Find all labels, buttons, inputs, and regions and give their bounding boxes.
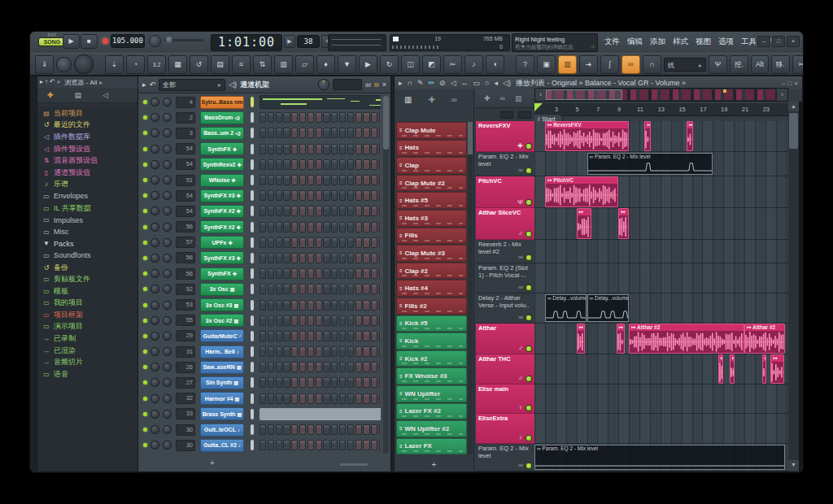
step-cell[interactable] xyxy=(259,424,266,435)
playlist-lane[interactable] xyxy=(534,263,788,293)
track-enable-led[interactable] xyxy=(526,231,532,237)
browser-item[interactable]: ↔已渲染 xyxy=(37,345,138,357)
channel-button[interactable]: SynthFX✚ xyxy=(200,267,244,280)
pat-song-switch[interactable]: PAT SONG xyxy=(38,33,66,49)
channel-mute-pill[interactable] xyxy=(251,159,254,170)
step-cell[interactable] xyxy=(339,377,346,388)
step-cell[interactable] xyxy=(363,112,369,123)
step-cell[interactable] xyxy=(291,128,298,138)
slide-notes-icon[interactable]: ʃ xyxy=(600,55,619,74)
step-cell[interactable] xyxy=(347,112,354,123)
step-cell[interactable] xyxy=(283,268,290,279)
channel-rack-title[interactable]: 通道机架 xyxy=(240,80,269,90)
track-header[interactable]: Param. EQ 2 (Slot 1) - Pitch Vocal -..∞ xyxy=(476,263,534,293)
channel-pan-knob[interactable] xyxy=(150,176,159,185)
playlist-lane[interactable] xyxy=(534,240,788,263)
step-cell[interactable] xyxy=(276,175,282,185)
step-cell[interactable] xyxy=(268,300,274,311)
playback-tool-icon[interactable]: ◂ xyxy=(495,79,499,87)
step-cell[interactable] xyxy=(331,284,338,294)
step-cell[interactable] xyxy=(316,284,322,294)
step-cell[interactable] xyxy=(371,331,377,341)
step-cell[interactable] xyxy=(355,144,362,154)
browser-item[interactable]: ⇅混音器预设值 xyxy=(37,154,138,167)
picker-tab-2[interactable]: ✚ xyxy=(428,95,434,104)
step-cell[interactable] xyxy=(268,440,274,450)
channel-pan-knob[interactable] xyxy=(150,301,159,310)
step-cell[interactable] xyxy=(331,315,338,326)
step-cell[interactable] xyxy=(316,424,322,435)
channel-mute-pill[interactable] xyxy=(251,424,254,435)
channel-mute-pill[interactable] xyxy=(251,440,254,450)
track-mode-control[interactable] xyxy=(500,111,513,119)
step-cell[interactable] xyxy=(371,175,377,185)
step-cell[interactable] xyxy=(268,222,274,232)
step-cell[interactable] xyxy=(379,424,381,435)
step-cell[interactable] xyxy=(316,268,322,279)
chat-icon[interactable]: ◖ xyxy=(486,55,504,74)
audio-clip[interactable]: ↦ xyxy=(617,324,625,354)
channel-button[interactable]: BassDrum◁) xyxy=(200,111,244,124)
step-cell[interactable] xyxy=(299,377,306,388)
step-cell[interactable] xyxy=(347,315,354,326)
channel-mute-pill[interactable] xyxy=(251,222,254,232)
select-icon[interactable]: ▭ xyxy=(473,79,481,87)
step-cell[interactable] xyxy=(323,284,329,294)
play-button[interactable]: ▶ xyxy=(63,34,80,49)
step-cell[interactable] xyxy=(379,315,381,326)
browser-item[interactable]: ▤当前项目 xyxy=(37,107,138,119)
step-cell[interactable] xyxy=(379,206,381,216)
step-cell[interactable] xyxy=(259,237,266,248)
step-cell[interactable] xyxy=(291,362,298,372)
step-cell[interactable] xyxy=(379,128,381,138)
channel-mute-pill[interactable] xyxy=(251,393,254,404)
audio-clip[interactable]: ↦ xyxy=(577,324,585,354)
step-cell[interactable] xyxy=(316,206,322,216)
step-cell[interactable] xyxy=(299,222,306,232)
stretch-icon[interactable]: ↔ xyxy=(461,79,469,87)
step-cell[interactable] xyxy=(339,268,346,279)
browser-title[interactable]: 浏览器 - All xyxy=(64,78,97,87)
step-cell[interactable] xyxy=(283,377,290,388)
track-group-control[interactable] xyxy=(518,111,531,119)
step-cell[interactable] xyxy=(323,237,329,248)
step-cell[interactable] xyxy=(299,331,306,341)
step-cell[interactable] xyxy=(291,222,298,232)
playlist-lane[interactable] xyxy=(534,354,788,385)
track-header[interactable]: Elise main♀ xyxy=(476,385,534,414)
track-tab-3[interactable]: ▥ xyxy=(515,94,522,102)
one-click-record-button[interactable]: ⇓ xyxy=(35,55,54,74)
channel-pan-knob[interactable] xyxy=(150,316,159,325)
step-cell[interactable] xyxy=(291,206,298,216)
step-cell[interactable] xyxy=(379,377,381,388)
step-cell[interactable] xyxy=(371,346,377,357)
channel-button[interactable]: 3x Osc #3▥ xyxy=(200,298,244,311)
lamp-icon[interactable]: ▼ xyxy=(338,55,356,74)
undo-icon[interactable]: ↻ xyxy=(380,55,399,74)
channel-rack-toggle-icon[interactable]: ▥ xyxy=(274,55,293,74)
audio-clip[interactable]: ↦ xyxy=(577,208,591,239)
menu-6[interactable]: 选项 xyxy=(715,35,737,51)
channel-mute-pill[interactable] xyxy=(251,112,254,123)
track-tab-1[interactable]: ✚ xyxy=(484,94,491,102)
scroll-down-icon[interactable]: ▼ xyxy=(788,460,799,470)
step-cell[interactable] xyxy=(299,253,306,263)
channel-volume-knob[interactable] xyxy=(163,223,172,232)
step-cell[interactable] xyxy=(276,331,282,341)
time-display[interactable]: 1:01:00 xyxy=(211,34,282,51)
main-pitch-knob[interactable] xyxy=(56,57,72,72)
audio-clip[interactable]: ↦ PitchVC xyxy=(545,176,618,207)
maximize-icon[interactable]: □ xyxy=(787,80,792,87)
playlist-lane[interactable] xyxy=(534,385,788,414)
playhead-marker[interactable] xyxy=(534,103,543,111)
step-cell[interactable] xyxy=(259,175,266,185)
step-cell[interactable] xyxy=(259,268,266,279)
browser-item[interactable]: ▭语音 xyxy=(37,368,138,380)
browser-tab-2[interactable]: ▤ xyxy=(75,91,82,99)
channel-pan-knob[interactable] xyxy=(150,191,159,200)
step-cell[interactable] xyxy=(276,128,282,138)
channel-mute-pill[interactable] xyxy=(251,190,254,201)
step-cell[interactable] xyxy=(339,284,346,294)
countdown-icon[interactable]: 3.2 xyxy=(147,55,166,74)
step-cell[interactable] xyxy=(323,222,329,232)
